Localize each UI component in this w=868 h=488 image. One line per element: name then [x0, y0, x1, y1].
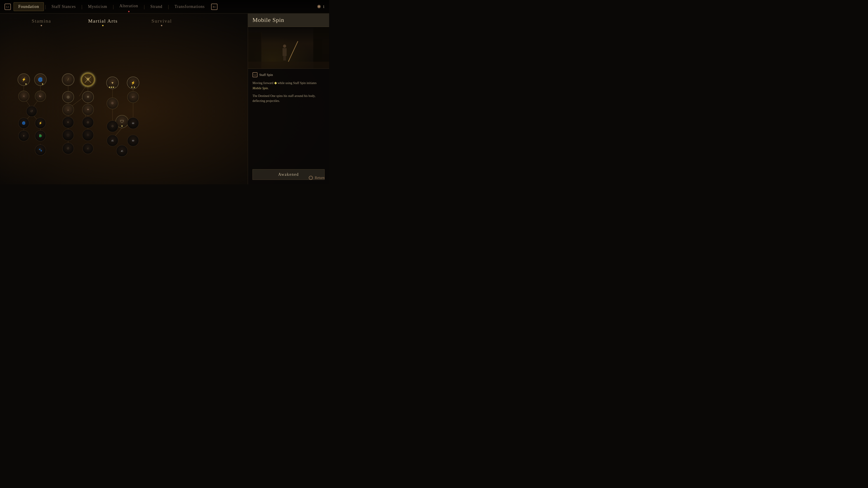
svg-point-85: [113, 87, 114, 88]
nav-sep-2: |: [80, 4, 84, 9]
svg-text:🛡: 🛡: [120, 119, 124, 124]
svg-text:♦: ♦: [23, 134, 25, 137]
martial-node-4[interactable]: ✳: [82, 91, 94, 103]
skill-tree-area: Stamina Martial Arts Survival: [0, 13, 248, 184]
stamina-node-3[interactable]: ⚔: [18, 91, 29, 102]
svg-text:✳: ✳: [87, 95, 90, 99]
survival-node-1[interactable]: ♥: [106, 77, 119, 89]
tab-mysticism[interactable]: Mysticism: [84, 2, 112, 11]
svg-text:60: 60: [132, 122, 134, 125]
svg-point-31: [25, 84, 27, 85]
stamina-header: Stamina: [32, 18, 51, 24]
rb-button[interactable]: R1: [211, 4, 217, 10]
martial-node-8[interactable]: ⊛: [82, 117, 94, 128]
tab-foundation[interactable]: Foundation: [13, 2, 44, 11]
svg-text:⟁: ⟁: [67, 108, 69, 111]
return-icon: ○: [309, 176, 313, 180]
svg-text:🐾: 🐾: [39, 148, 42, 152]
skill-prereq: L2 Staff Spin: [252, 72, 324, 77]
nav-sep-4: |: [143, 4, 146, 9]
svg-text:⚙: ⚙: [111, 125, 114, 128]
stamina-node-8[interactable]: ♦: [18, 130, 29, 141]
skill-highlight: Mobile Spin: [252, 87, 268, 90]
currency-count: 1: [323, 5, 324, 9]
svg-text:↩: ↩: [132, 95, 134, 99]
skill-tree-svg: ⚡ 🌀 ⚔ ☯ ↺: [0, 27, 166, 184]
svg-point-83: [109, 87, 110, 88]
survival-node-3[interactable]: ❊: [107, 98, 118, 109]
svg-text:45: 45: [87, 147, 89, 150]
skill-title: Mobile Spin: [252, 17, 324, 24]
survival-node-6[interactable]: 60: [127, 118, 139, 129]
survival-node-5[interactable]: ⚙: [107, 121, 118, 132]
martial-node-6[interactable]: ✦: [82, 104, 94, 115]
svg-text:🐉: 🐉: [39, 134, 42, 138]
top-navigation: L1 Foundation | Staff Stances | Mysticis…: [0, 0, 329, 13]
svg-text:↺: ↺: [30, 109, 33, 113]
prereq-badge: L2: [252, 72, 257, 77]
survival-node-9[interactable]: 45: [116, 145, 127, 157]
survival-node-8[interactable]: 60: [127, 135, 139, 146]
martial-node-3[interactable]: ◎: [62, 91, 74, 103]
stamina-node-2[interactable]: 🌀: [34, 74, 46, 86]
martial-node-12[interactable]: 45: [83, 143, 93, 154]
survival-underline: [161, 25, 162, 26]
skill-preview-image: [248, 27, 329, 69]
stamina-node-6[interactable]: 🌀: [18, 118, 29, 129]
martial-node-10[interactable]: ⊹: [82, 129, 94, 140]
preview-scene: [248, 27, 329, 68]
martial-node-7[interactable]: ✕: [62, 117, 74, 128]
skill-description-1: Moving forward ◆ while using Staff Spin …: [252, 80, 324, 91]
stamina-node-10[interactable]: 🐾: [35, 144, 46, 156]
survival-header: Survival: [151, 18, 172, 24]
svg-point-89: [131, 87, 132, 88]
survival-node-2[interactable]: ⚡: [127, 77, 139, 89]
nav-sep-1: |: [44, 4, 47, 9]
svg-text:✕: ✕: [67, 121, 69, 124]
stamina-node-9[interactable]: 🐉: [35, 130, 46, 141]
svg-text:⚡: ⚡: [131, 80, 135, 85]
svg-text:☯: ☯: [39, 94, 42, 98]
stamina-node-1[interactable]: ⚡: [18, 74, 30, 86]
lb-button[interactable]: L1: [4, 4, 11, 10]
skill-title-bar: Mobile Spin: [248, 13, 329, 27]
tab-transformations[interactable]: Transformations: [170, 2, 209, 11]
martial-node-selected[interactable]: ✳: [81, 72, 95, 87]
alteration-indicator: [128, 11, 129, 12]
martial-node-9[interactable]: ⚝: [62, 129, 74, 140]
main-content: Stamina Martial Arts Survival: [0, 13, 329, 184]
nav-sep-5: |: [167, 4, 170, 9]
svg-text:✳: ✳: [86, 77, 90, 82]
svg-text:⊘: ⊘: [67, 147, 69, 150]
svg-text:⊛: ⊛: [87, 121, 89, 124]
svg-text:⚡: ⚡: [39, 121, 42, 125]
prereq-name: Staff Spin: [259, 73, 273, 77]
survival-node-4[interactable]: ↩: [127, 91, 139, 103]
skill-info: L2 Staff Spin Moving forward ◆ while usi…: [248, 69, 329, 169]
svg-text:45: 45: [121, 150, 123, 152]
svg-text:/: /: [68, 77, 69, 82]
martial-node-1[interactable]: /: [62, 74, 74, 86]
svg-text:⊹: ⊹: [87, 133, 89, 137]
svg-point-84: [111, 87, 112, 88]
svg-text:⚡: ⚡: [22, 77, 26, 82]
martial-node-5[interactable]: ⟁: [62, 104, 74, 115]
svg-point-90: [134, 87, 135, 88]
nav-sep-3: |: [112, 4, 115, 9]
tab-staff-stances[interactable]: Staff Stances: [47, 2, 80, 11]
tab-alteration[interactable]: Alteration: [115, 2, 143, 10]
svg-point-98: [121, 125, 123, 127]
stamina-node-7[interactable]: ⚡: [35, 118, 46, 129]
return-label: Return: [315, 176, 324, 180]
return-button[interactable]: ○ Return: [309, 176, 324, 180]
svg-point-86: [115, 87, 116, 88]
svg-text:🌀: 🌀: [22, 121, 26, 125]
tab-strand[interactable]: Strand: [146, 2, 167, 11]
right-panel: Mobile Spin L2: [248, 13, 329, 184]
stamina-node-5[interactable]: ↺: [26, 106, 37, 117]
survival-node-7[interactable]: 45: [107, 135, 118, 146]
martial-node-11[interactable]: ⊘: [62, 143, 74, 154]
svg-text:60: 60: [132, 139, 134, 142]
svg-text:⚝: ⚝: [66, 133, 70, 137]
stamina-node-4[interactable]: ☯: [35, 91, 46, 102]
